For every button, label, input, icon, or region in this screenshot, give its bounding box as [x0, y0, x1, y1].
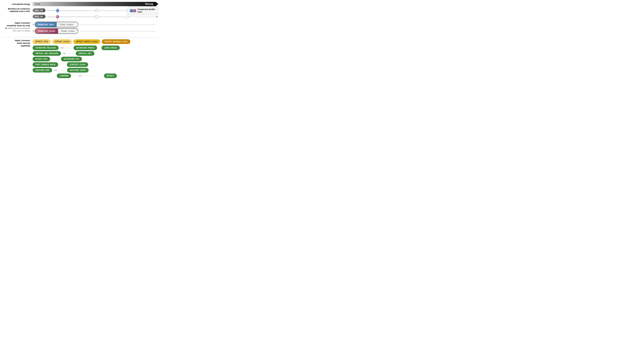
- keyboard-row: KEYBOARD_RELEASE Pair KEYBOARD_PRESS LON…: [32, 46, 158, 50]
- composed-title: Composed double click: [138, 8, 156, 13]
- primitive-click-track[interactable]: [80, 31, 155, 31]
- long-press-pill[interactable]: LONG_PRESS: [102, 46, 120, 50]
- energy-weak-label: Weak: [35, 3, 40, 5]
- bottom-section: Haptic Constants (static discrete amplit…: [3, 39, 158, 78]
- effect-click-pill[interactable]: EFFECT_CLICK: [52, 39, 72, 44]
- divider: [3, 37, 158, 38]
- hal-h0-label: HAL_H0: [32, 9, 46, 12]
- effects-grid: EFFECT_TICK EFFECT_CLICK EFFECT_HEAVY_CL…: [32, 39, 158, 78]
- hal-h0-mid-dot: [95, 9, 98, 12]
- energy-bar: Weak Strong: [32, 2, 158, 6]
- keyboard-tap-pill[interactable]: KEYBOARD_TAP: [61, 57, 82, 61]
- keyboard-press-pill[interactable]: KEYBOARD_PRESS: [74, 46, 97, 50]
- energy-label: Conceptual energy: [3, 3, 32, 5]
- virtual-key-pill[interactable]: VIRTUAL_KEY: [76, 51, 94, 56]
- composed-dots: [130, 9, 136, 13]
- primitive-click-param: float scale: [58, 29, 77, 34]
- hal-h1-far-dot: [126, 15, 129, 18]
- haptic-pill-rows: PRIMITIVE_TICK float scale PRIMITIVE_CLI…: [32, 22, 158, 34]
- energy-strong-label: Strong: [145, 3, 153, 6]
- waveform-label: Waveform by continuous amplitude scale i…: [3, 8, 32, 13]
- primitive-tick-param: float scale: [57, 22, 76, 27]
- virtual-key-release-pill[interactable]: VIRTUAL_KEY_RELEASE: [32, 51, 61, 56]
- gesture-pair-label: Pair: [54, 69, 57, 71]
- pill-selector-tick[interactable]: [32, 24, 34, 25]
- hal-h0-start-dot[interactable]: S: [56, 9, 59, 12]
- confirm-row: CONFIRM Pair REJECT: [32, 74, 158, 78]
- primitive-click-pill: PRIMITIVE_CLICK float scale: [35, 28, 78, 34]
- context-click-pill[interactable]: CONTEXT_CLICK: [67, 62, 88, 67]
- confirm-dotted-line: [84, 76, 96, 76]
- hal-h1-start-dot[interactable]: S: [56, 15, 59, 18]
- haptic-constants-top: Haptic Constants (amplitude varies by sc…: [3, 22, 158, 34]
- composed-double-click-box: Composed double click: [127, 6, 158, 15]
- gesture-start-pill[interactable]: GESTURE_START: [67, 68, 89, 73]
- confirm-pill[interactable]: CONFIRM: [57, 74, 71, 78]
- virtual-key-row: VIRTUAL_KEY_RELEASE Pair VIRTUAL_KEY: [32, 51, 158, 56]
- keyboard-release-pill[interactable]: KEYBOARD_RELEASE: [32, 46, 59, 50]
- keyboard-dotted-line: [66, 48, 72, 48]
- haptic-constants-bottom-label: Haptic Constants (static discrete amplit…: [3, 39, 32, 47]
- text-handle-move-pill[interactable]: TEXT_HANDLE_MOVE: [32, 62, 58, 67]
- reject-pill[interactable]: REJECT: [104, 74, 117, 78]
- effect-heavy-click-pill[interactable]: EFFECT_HEAVY_CLICK: [74, 39, 100, 44]
- clock-tick-pill[interactable]: CLOCK_TICK: [32, 57, 50, 61]
- effect-tick-pill[interactable]: EFFECT_TICK: [32, 39, 51, 44]
- gesture-row: GESTURE_END Pair GESTURE_START: [32, 68, 158, 73]
- effect-double-click-pill[interactable]: EFFECT_DOUBLE_CLICK: [102, 39, 130, 44]
- text-handle-row: TEXT_HANDLE_MOVE CONTEXT_CLICK: [32, 62, 158, 67]
- gesture-end-pill[interactable]: GESTURE_END: [32, 68, 52, 73]
- primitive-tick-pill: PRIMITIVE_TICK float scale: [35, 22, 78, 27]
- virtual-key-pair-label: Pair: [63, 53, 66, 54]
- pill-selector-click[interactable]: [32, 30, 34, 32]
- confirm-pair-label: Pair: [78, 75, 82, 77]
- hal-h1-label: HAL_H1: [32, 15, 46, 19]
- primitive-click-name: PRIMITIVE_CLICK: [35, 29, 58, 34]
- primitive-tick-row: PRIMITIVE_TICK float scale: [32, 22, 158, 27]
- hal-h1-mid-dot: [95, 15, 98, 18]
- primitive-tick-name: PRIMITIVE_TICK: [35, 22, 57, 27]
- primitive-click-row: PRIMITIVE_CLICK float scale: [32, 28, 158, 34]
- dot-blue: [130, 9, 133, 13]
- primitive-tick-track[interactable]: [80, 24, 155, 25]
- top-effects-row: EFFECT_TICK EFFECT_CLICK EFFECT_HEAVY_CL…: [32, 39, 158, 44]
- dot-pink: [133, 9, 136, 13]
- energy-bar-container: Weak Strong: [32, 2, 158, 7]
- clock-row: CLOCK_TICK KEYBOARD_TAP: [32, 57, 158, 61]
- keyboard-pair-label: Pair: [60, 47, 64, 49]
- haptic-constants-top-label: Haptic Constants (amplitude varies by sc…: [3, 22, 32, 32]
